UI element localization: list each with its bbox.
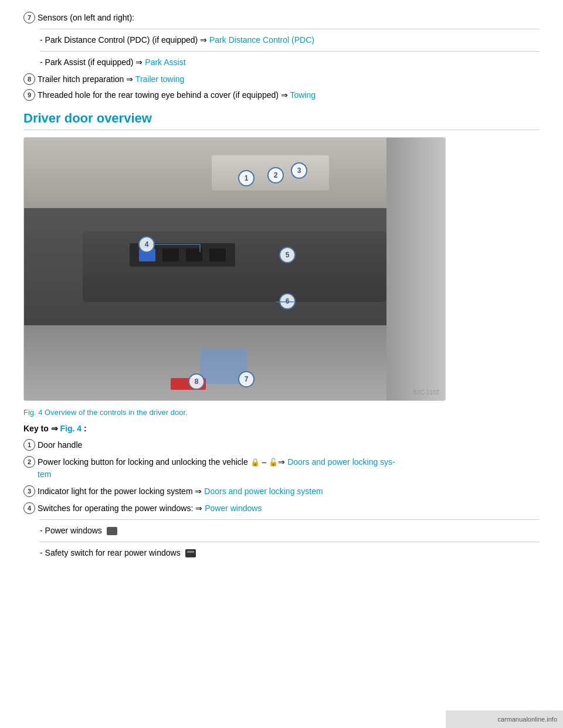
divider-3 [40,519,540,520]
callout-img-2: 2 [267,167,284,183]
item-8-text: Trailer hitch preparation ⇒ Trailer towi… [38,73,540,86]
key-item-4: 4 Switches for operating the power windo… [23,502,540,515]
item-9-row: 9 Threaded hole for the rear towing eye … [23,89,540,101]
trailer-towing-link[interactable]: Trailer towing [135,74,185,84]
key-callout-2: 2 [23,456,35,468]
item-7-sub1: - Park Distance Control (PDC) (if equipp… [40,34,540,46]
section-title: Driver door overview [23,111,540,130]
callout-img-7: 7 [238,371,255,387]
switch-2 [162,249,179,261]
power-windows-link[interactable]: Power windows [205,504,262,513]
divider-2 [40,51,540,52]
lock-closed-icon: 🔒 [250,458,260,467]
item-7-sub1-prefix: - Park Distance Control (PDC) (if equipp… [40,35,209,45]
callout-img-5: 5 [279,247,296,263]
divider-1 [40,29,540,29]
callout-img-4: 4 [138,236,155,253]
key-callout-1: 1 [23,439,35,451]
page: 7 Sensors (on left and right): - Park Di… [0,0,563,728]
key-item-2: 2 Power locking button for locking and u… [23,456,540,481]
towing-link[interactable]: Towing [290,90,316,100]
item-8-row: 8 Trailer hitch preparation ⇒ Trailer to… [23,73,540,86]
key-callout-3: 3 [23,485,35,497]
key-item-3: 3 Indicator light for the power locking … [23,485,540,498]
item-9-text: Threaded hole for the rear towing eye be… [38,89,540,101]
switch-3 [186,249,202,261]
park-assist-link[interactable]: Park Assist [145,57,185,67]
site-name: carmanualonline.info [497,716,557,723]
site-watermark-bar: carmanualonline.info [446,710,563,728]
key-item-4-text: Switches for operating the power windows… [38,502,540,515]
item-7-text: Sensors (on left and right): [38,12,540,24]
doors-power-locking-link[interactable]: Doors and power locking sys-tem [38,457,395,479]
safety-switch-icon [185,549,196,557]
callout-8: 8 [23,73,35,85]
power-window-icon [107,527,117,535]
key-to-label: Key to ⇒ Fig. 4 : [23,424,540,433]
item-7-row: 7 Sensors (on left and right): [23,12,540,24]
figure-container: 1 2 3 4 5 6 7 8 B3C-1103 [23,137,540,401]
kd4-sub2: - Safety switch for rear power windows [40,547,540,559]
door-pillar [386,138,445,400]
door-image: 1 2 3 4 5 6 7 8 B3C-1103 [23,137,446,401]
key-item-1: 1 Door handle [23,439,540,451]
lock-open-icon: 🔓 [269,458,278,467]
callout-img-6: 6 [279,293,296,309]
park-distance-control-link[interactable]: Park Distance Control (PDC) [209,35,314,45]
item-7-sub2: - Park Assist (if equipped) ⇒ Park Assis… [40,56,540,69]
item-7-sub2-prefix: - Park Assist (if equipped) ⇒ [40,57,145,67]
watermark: B3C-1103 [413,389,439,396]
doors-power-locking-link-2[interactable]: Doors and power locking system [204,487,323,496]
key-callout-4: 4 [23,502,35,514]
callout-img-8: 8 [188,373,205,390]
callout-9: 9 [23,89,35,101]
fig4-link[interactable]: Fig. 4 [60,424,82,433]
divider-4 [40,542,540,542]
key-item-2-text: Power locking button for locking and unl… [38,456,540,481]
key-item-3-text: Indicator light for the power locking sy… [38,485,540,498]
key-item-1-text: Door handle [38,439,540,451]
fig-caption: Fig. 4 Overview of the controls in the d… [23,408,540,417]
switch-4 [209,249,226,261]
callout-7: 7 [23,12,35,23]
door-armrest [83,232,386,302]
kd4-sub1: - Power windows [40,525,540,537]
callout-img-3: 3 [291,162,307,179]
callout-img-1: 1 [238,170,255,186]
